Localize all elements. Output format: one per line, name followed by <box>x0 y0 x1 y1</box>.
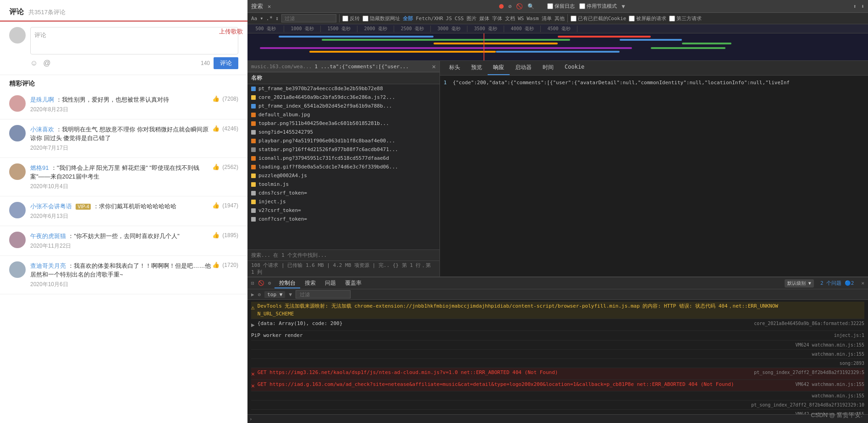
file-list-item[interactable]: topbar.png?511b404250ee3a6c601b50185281b… <box>247 119 439 128</box>
search-icon[interactable]: 🔍 <box>527 3 534 10</box>
wasm-filter[interactable]: Wasm <box>527 16 539 22</box>
like-icon[interactable]: 👍 <box>212 125 220 132</box>
file-list-item[interactable]: iconall.png?37945951c731fcd518cd5577dfaa… <box>247 154 439 163</box>
preserve-log-checkbox[interactable]: 保留日志 <box>547 3 575 10</box>
clear-console-icon[interactable]: 🚫 <box>258 280 264 286</box>
disable-cache-checkbox[interactable]: 停用节流模式 <box>579 3 617 10</box>
blocked-requests-checkbox[interactable]: 被屏蔽的请求 <box>629 15 666 22</box>
font-filter[interactable]: 字体 <box>492 15 502 22</box>
stop-console-icon[interactable]: ⊘ <box>258 292 261 298</box>
comment-user[interactable]: 午夜的虎斑猫 <box>30 233 66 239</box>
file-type-icon <box>251 182 256 187</box>
download-icon[interactable]: ⬇ <box>861 3 864 10</box>
expand-icon[interactable]: ▶ <box>251 320 255 330</box>
tab-标头[interactable]: 标头 <box>444 61 466 75</box>
file-list-item[interactable]: puzzle@0002A4.js <box>247 171 439 180</box>
comment-content: 午夜的虎斑猫 ："你不妨大胆一些，去同时喜欢好几个人" 2020年11月22日 <box>30 232 212 250</box>
default-level-dropdown[interactable]: 默认级别 ▼ <box>785 279 814 287</box>
file-list-item[interactable]: song?id=1455242795 <box>247 128 439 136</box>
file-list-item[interactable]: toolmin.js <box>247 180 439 189</box>
like-count: (1895) <box>222 232 238 239</box>
close-icon[interactable]: ✕ <box>268 3 271 10</box>
forward-icon[interactable]: ▶ <box>251 292 254 298</box>
third-party-checkbox[interactable]: 第三方请求 <box>669 15 702 22</box>
file-list-item[interactable]: loading.gif?f8de0a5a5cdc1e74d6e3c76f339b… <box>247 163 439 171</box>
console-tab-问题[interactable]: 问题 <box>320 278 341 287</box>
console-line-log: ▶ {data: Array(10), code: 200} core_2021… <box>251 319 864 331</box>
top-dropdown[interactable]: top ▼ <box>264 291 285 298</box>
tab-时间[interactable]: 时间 <box>537 61 559 75</box>
js-filter[interactable]: JS <box>446 16 452 22</box>
console-input[interactable] <box>254 416 866 422</box>
console-filter-input[interactable] <box>296 290 351 298</box>
stop-icon[interactable]: ⊘ <box>508 3 511 10</box>
emoji-icon[interactable]: ☺ <box>30 59 38 67</box>
like-icon[interactable]: 👍 <box>212 95 220 102</box>
console-tab-控制台[interactable]: 控制台 <box>275 278 300 288</box>
filter-icon[interactable]: ▾ <box>260 15 263 22</box>
comment-user[interactable]: 是殊儿啊 <box>30 96 54 103</box>
settings-icon[interactable]: ⚙ <box>268 280 271 286</box>
comment-user[interactable]: 查迪哥关月亮 <box>30 262 66 269</box>
like-icon[interactable]: 👍 <box>212 232 220 239</box>
console-line-error: ✕ GET https://iad.g.163.com/wa/ad_check?… <box>251 380 864 392</box>
comment-user[interactable]: 小涞喜欢 <box>30 126 54 133</box>
close-panel-icon[interactable]: ✕ <box>432 63 436 70</box>
search-result-url: music.163.com/wea... <box>251 64 312 70</box>
upload-icon[interactable]: ⬆ <box>853 3 857 10</box>
clear-icon[interactable]: 🚫 <box>516 3 523 10</box>
comment-user[interactable]: 燃格91 <box>30 164 49 171</box>
hide-data-urls-checkbox[interactable]: 隐藏数据网址 <box>363 15 400 22</box>
expand-icon[interactable]: ⊡ <box>251 280 254 286</box>
media-filter[interactable]: 媒体 <box>479 15 489 22</box>
console-line-source: pt_song_index_27dff2_8f2b4d8a2f3192329:1… <box>751 401 864 408</box>
css-filter[interactable]: CSS <box>455 16 464 22</box>
invert-checkbox[interactable]: 反转 <box>342 15 360 22</box>
other-filter[interactable]: 其他 <box>555 15 565 22</box>
doc-filter[interactable]: 文档 <box>505 15 515 22</box>
img-filter[interactable]: 图片 <box>467 15 477 22</box>
throttle-icon[interactable]: ▼ <box>621 3 625 10</box>
blocked-cookie-checkbox[interactable]: 已有已拦截的Cookie <box>571 15 626 22</box>
manifest-filter[interactable]: 清单 <box>542 15 552 22</box>
comment-actions: 👍 (1947) <box>212 202 238 209</box>
tab-启动器[interactable]: 启动器 <box>510 61 537 75</box>
like-icon[interactable]: 👍 <box>212 202 220 209</box>
like-icon[interactable]: 👍 <box>212 163 220 170</box>
tab-响应[interactable]: 响应 <box>488 61 510 75</box>
ws-filter[interactable]: WS <box>518 16 524 22</box>
filter-input[interactable] <box>281 14 336 22</box>
file-list-item[interactable]: pt_frame_index_6541a2b02d45e2f9a61b9a788… <box>247 102 439 110</box>
timeline-bar <box>651 47 725 49</box>
regex-icon[interactable]: .* <box>266 15 272 22</box>
invert-icon[interactable]: ↕ <box>275 15 279 22</box>
close-console-icon[interactable]: ✕ <box>861 280 864 286</box>
console-tab-搜索[interactable]: 搜索 <box>300 278 320 287</box>
file-list-item[interactable]: cdns?csrf_token= <box>247 189 439 197</box>
file-list-item[interactable]: default_album.jpg <box>247 110 439 119</box>
comment-user[interactable]: 小张不会讲粤语 <box>30 203 72 210</box>
comment-input[interactable]: 评论 <box>30 27 238 54</box>
file-list-item[interactable]: statbar.png?16ff4d21526fa977b88f7c6acdb0… <box>247 145 439 154</box>
file-list-item[interactable]: playbar.png?4a5191f906e063d1b1f8c8baaf4e… <box>247 136 439 145</box>
file-list-item[interactable]: conf?csrf_token= <box>247 215 439 223</box>
console-tab-覆盖率[interactable]: 覆盖率 <box>341 278 366 287</box>
file-list-item[interactable]: pt_frame_be3970b27a4eeccc8de3e2b59bb72e8… <box>247 84 439 93</box>
comment-date: 2020年10月4日 <box>30 183 212 190</box>
mention-icon[interactable]: @ <box>43 59 50 67</box>
like-icon[interactable]: 👍 <box>212 261 220 268</box>
tab-Cookie[interactable]: Cookie <box>559 61 590 75</box>
all-filter[interactable]: 全部 <box>403 15 413 22</box>
file-list-item[interactable]: v2?csrf_token= <box>247 206 439 215</box>
submit-comment-button[interactable]: 评论 <box>214 57 238 69</box>
console-line-log: song:2893 <box>251 359 864 368</box>
file-list-item[interactable]: inject.js <box>247 197 439 206</box>
tab-预览[interactable]: 预览 <box>466 61 488 75</box>
upload-button[interactable]: 上传歌歌 <box>219 27 243 36</box>
response-tabs: 标头预览响应启动器时间Cookie <box>440 61 868 76</box>
timeline-bar <box>558 36 651 38</box>
file-list-item[interactable]: core_2021a8e46450a9bc2bfa59dcc36e286a.js… <box>247 93 439 102</box>
fetch-xhr-filter[interactable]: Fetch/XHR <box>416 16 443 22</box>
search-title: 搜索 <box>251 2 263 11</box>
filter-toggle[interactable]: ▼ <box>289 292 292 298</box>
